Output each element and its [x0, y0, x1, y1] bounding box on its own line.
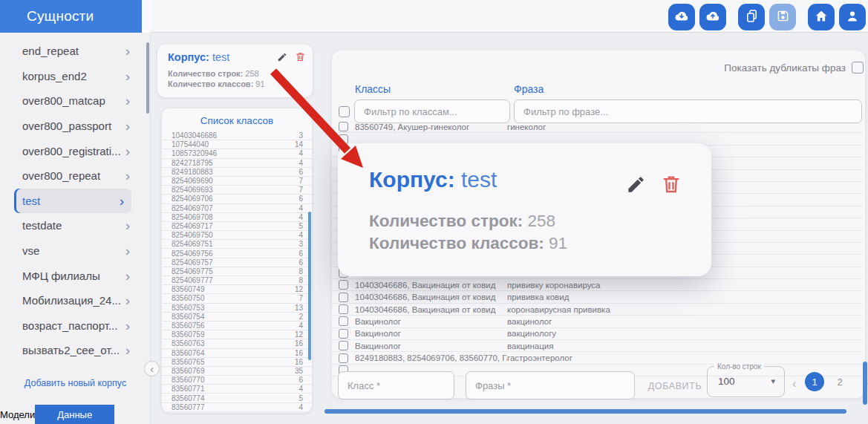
sidebar-tab-label: Модели [0, 409, 35, 420]
profile-button[interactable] [839, 4, 866, 30]
class-list-title: Список классов [162, 115, 312, 126]
class-count: 4 [298, 385, 303, 393]
class-count: 13 [295, 304, 303, 312]
select-all-checkbox[interactable] [339, 106, 350, 117]
class-count: 4 [298, 403, 303, 411]
row-checkbox[interactable] [339, 341, 348, 350]
sidebar-entity-item[interactable]: МФЦ филиалы › [0, 263, 151, 288]
pagination-page-button[interactable]: 2 [830, 372, 849, 391]
chevron-right-icon: › [125, 343, 130, 357]
class-count: 6 [298, 258, 303, 267]
row-checkbox[interactable] [339, 329, 348, 339]
sidebar-tab[interactable]: Модели [0, 405, 35, 424]
class-list-row: 83560763 16 [162, 339, 312, 348]
class-count: 5 [298, 222, 303, 230]
sidebar-collapse-button[interactable]: ‹ [144, 361, 160, 376]
class-id: 8254069708 [172, 213, 213, 221]
row-checkbox[interactable] [339, 293, 348, 302]
cloud-download-icon [673, 8, 690, 27]
popup-rows-count: Количество строк: 258 [369, 212, 555, 231]
sidebar-entity-item[interactable]: over800_passport › [0, 114, 151, 139]
vertical-scrollbar[interactable] [863, 362, 867, 405]
corpus-edit-button[interactable] [277, 52, 287, 65]
chevron-right-icon: › [125, 169, 130, 183]
class-list-row: 83560769 35 [162, 367, 312, 376]
cloud-download-button[interactable] [668, 4, 695, 30]
chevron-right-icon: › [125, 144, 130, 158]
row-checkbox[interactable] [339, 280, 348, 290]
sidebar-scrollbar[interactable] [146, 42, 149, 114]
class-list-row: 8242718795 4 [162, 159, 312, 168]
new-class-input[interactable] [338, 371, 454, 399]
rows-per-page-select[interactable]: Кол-во строк 100 ▾ [707, 366, 785, 397]
class-count: 6 [298, 376, 303, 384]
row-checkbox[interactable] [339, 304, 348, 314]
corpus-card: Корпус: test Количество строк: 258 Колич… [157, 45, 313, 97]
sidebar-tab[interactable]: Данные [35, 405, 114, 424]
filter-classes-input[interactable] [354, 100, 510, 123]
popup-delete-button[interactable] [660, 173, 682, 198]
save-button[interactable] [769, 4, 796, 30]
corpus-delete-button[interactable] [295, 51, 306, 65]
phrase-row: 10403046686, Вакцинация от ковид коронав… [332, 304, 862, 316]
popup-edit-button[interactable] [626, 175, 646, 197]
popup-corpus-title: Корпус: test [369, 167, 497, 192]
sidebar-entity-item[interactable]: over800_registrati... › [0, 138, 151, 163]
sidebar-entity-item[interactable]: testdate › [0, 213, 151, 238]
class-list-row: 83560765 16 [162, 358, 312, 367]
chevron-right-icon: › [125, 293, 130, 307]
add-corpus-link[interactable]: Добавить новый корпус [0, 378, 151, 388]
rows-per-page-value: 100 [718, 376, 735, 387]
horizontal-scrollbar[interactable] [324, 409, 846, 414]
row-checkbox[interactable] [339, 353, 348, 363]
row-checkbox[interactable] [339, 134, 348, 144]
corpus-title: Корпус: test [168, 51, 229, 63]
class-count: 4 [298, 159, 303, 167]
row-checkbox[interactable] [339, 316, 348, 326]
class-list-row: 8254069706 6 [162, 195, 312, 203]
row-phrase-cell: вакцинация [507, 342, 553, 350]
pagination-page-button[interactable]: 1 [805, 372, 824, 391]
phrase-row: Вакцинолог вакцинация [332, 340, 862, 352]
row-classes-cell: 83560749, Акушер-гинеколог [355, 123, 507, 131]
sidebar-item-label: vse [22, 244, 39, 257]
row-classes-cell: 10403046686, Вакцинация от ковид [355, 293, 507, 301]
sidebar-item-label: МФЦ филиалы [22, 270, 100, 282]
class-list-row: 83560749 12 [162, 285, 312, 294]
sidebar-entity-item[interactable]: over800_repeat › [0, 163, 151, 189]
corpus-title-label: Корпус: [168, 51, 209, 63]
sidebar-entity-item[interactable]: korpus_end2 › [0, 64, 151, 89]
show-duplicates-label: Показать дубликаты фраз [724, 62, 846, 74]
class-count: 2 [298, 313, 303, 321]
class-list-row: 8254069707 4 [162, 204, 312, 213]
sidebar-entity-item[interactable]: возраст_паспорт... › [0, 313, 151, 339]
class-id: 8254069750 [172, 231, 213, 239]
row-checkbox[interactable] [339, 122, 348, 131]
pagination-prev-button[interactable]: ‹ [792, 377, 796, 391]
sidebar-entity-item[interactable]: test › [14, 189, 131, 214]
copy-button[interactable] [738, 4, 765, 30]
sidebar-entity-item[interactable]: over800_matcap › [0, 88, 151, 114]
class-id: 8254069693 [172, 186, 213, 194]
home-button[interactable] [808, 4, 835, 30]
sidebar-entity-item[interactable]: вызвать2_сее_от... › [0, 338, 151, 363]
class-list-row: 83560771 4 [162, 385, 312, 394]
sidebar-entity-item[interactable]: vse › [0, 238, 151, 264]
sidebar-item-label: over800_repeat [22, 169, 100, 182]
class-id: 8254069717 [172, 222, 213, 230]
class-id: 83560774 [172, 394, 205, 402]
chevron-right-icon: › [125, 218, 130, 232]
class-list-scrollbar[interactable] [308, 212, 311, 360]
class-count: 6 [298, 168, 303, 176]
sidebar-item-label: вызвать2_сее_от... [22, 344, 120, 356]
sidebar-entity-item[interactable]: Мобилизация_24... › [0, 288, 151, 313]
show-duplicates-checkbox[interactable] [852, 62, 864, 74]
chevron-right-icon: › [120, 194, 124, 208]
add-button[interactable]: ДОБАВИТЬ [647, 375, 703, 397]
cloud-upload-button[interactable] [699, 4, 726, 30]
sidebar-tab-label: Данные [57, 409, 92, 420]
sidebar-entity-item[interactable]: end_repeat › [0, 39, 151, 64]
sidebar-item-label: возраст_паспорт... [22, 319, 117, 332]
new-phrases-input[interactable] [466, 371, 635, 399]
filter-phrase-input[interactable] [514, 100, 862, 123]
